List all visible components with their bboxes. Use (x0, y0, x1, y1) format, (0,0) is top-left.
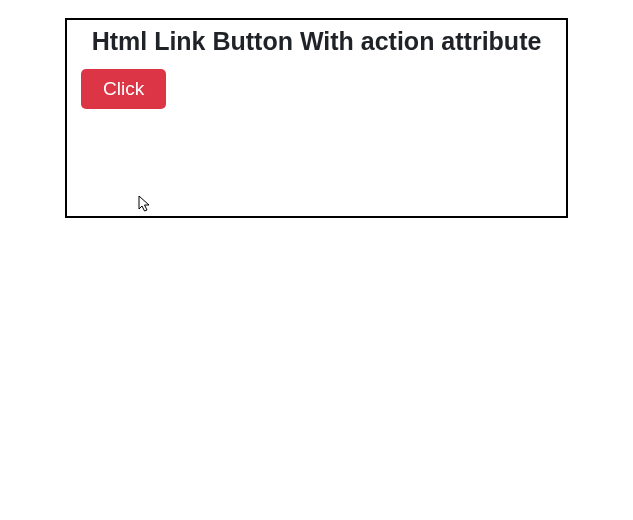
click-button[interactable]: Click (81, 69, 166, 109)
page-title: Html Link Button With action attribute (81, 26, 552, 57)
demo-container: Html Link Button With action attribute C… (65, 18, 568, 218)
